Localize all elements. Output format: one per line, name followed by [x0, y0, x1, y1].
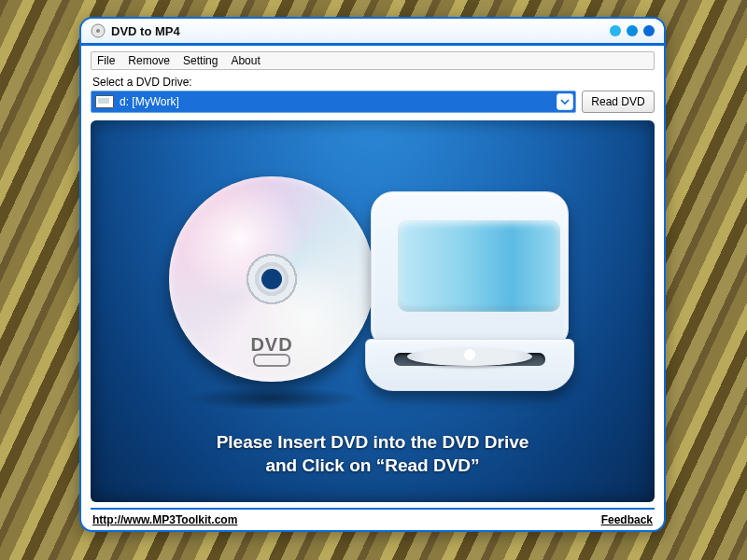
- preview-panel: DVD Please Insert DVD into the DVD D: [91, 120, 655, 502]
- dvd-disc-illustration: DVD: [169, 176, 374, 382]
- instruction-line1: Please Insert DVD into the DVD Drive: [91, 430, 655, 455]
- minimize-button[interactable]: [610, 25, 621, 36]
- instruction-line2: and Click on “Read DVD”: [91, 454, 655, 478]
- app-window: DVD to MP4 File Remove Setting About Sel…: [79, 17, 666, 532]
- menu-about[interactable]: About: [231, 54, 260, 67]
- svg-point-1: [96, 29, 100, 33]
- read-dvd-button[interactable]: Read DVD: [582, 91, 655, 113]
- close-button[interactable]: [643, 25, 655, 36]
- drive-select-label: Select a DVD Drive:: [92, 76, 653, 89]
- menu-bar: File Remove Setting About: [91, 51, 655, 70]
- app-icon: [91, 23, 106, 38]
- disc-dvd-label: DVD: [250, 334, 292, 356]
- disc-shadow: [184, 386, 361, 411]
- maximize-button[interactable]: [627, 25, 638, 36]
- instruction-text: Please Insert DVD into the DVD Drive and…: [91, 430, 655, 478]
- status-bar: http://www.MP3Toolkit.com Feedback: [91, 508, 655, 526]
- chevron-down-icon[interactable]: [557, 93, 573, 110]
- title-bar[interactable]: DVD to MP4: [81, 19, 664, 46]
- menu-setting[interactable]: Setting: [183, 54, 218, 67]
- desktop-background: DVD to MP4 File Remove Setting About Sel…: [0, 0, 747, 560]
- feedback-link[interactable]: Feedback: [601, 513, 653, 526]
- window-title: DVD to MP4: [111, 24, 180, 38]
- menu-remove[interactable]: Remove: [128, 54, 170, 67]
- drive-selected-value: d: [MyWork]: [120, 95, 179, 108]
- website-link[interactable]: http://www.MP3Toolkit.com: [92, 513, 237, 526]
- window-controls: [610, 25, 655, 36]
- drive-row: d: [MyWork] Read DVD: [91, 91, 655, 113]
- drive-dropdown[interactable]: d: [MyWork]: [91, 91, 576, 113]
- menu-file[interactable]: File: [97, 54, 115, 67]
- dvd-drive-illustration: [361, 182, 576, 397]
- drive-icon: [95, 95, 114, 108]
- window-body: File Remove Setting About Select a DVD D…: [81, 46, 664, 530]
